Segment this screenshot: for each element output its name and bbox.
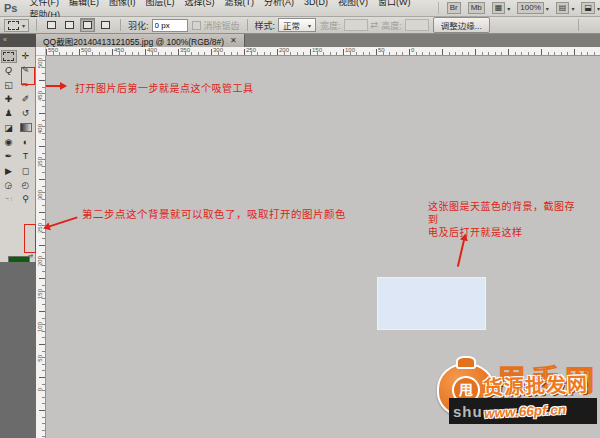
bridge-icon[interactable]: Br (447, 2, 461, 14)
add-to-selection-icon[interactable] (62, 18, 77, 32)
arrange-documents-icon[interactable]: ▦▾ (492, 2, 511, 14)
menu-item[interactable]: 分析(A) (259, 0, 299, 7)
crop-tool[interactable]: ◱ (1, 78, 17, 91)
subtract-from-selection-icon[interactable] (80, 18, 95, 32)
chevron-down-icon: ▾ (308, 22, 311, 29)
watermark-url-prefix: shu (453, 403, 483, 420)
divider (578, 19, 579, 31)
rectangle-shape-tool[interactable]: ◻ (18, 164, 34, 177)
watermark: 甩手网 甩 货源批发网 shu www.66pf.cn (433, 356, 600, 434)
tools-panel-header[interactable]: « (0, 34, 36, 47)
3d-rotate-tool-icon: ◶ (5, 180, 13, 190)
spot-healing-brush-tool-icon: ✚ (5, 94, 13, 104)
dodge-tool[interactable]: ◐ (18, 135, 34, 148)
eyedropper-tool-icon: ✑ (22, 80, 30, 90)
rectangular-marquee-tool[interactable] (1, 50, 17, 63)
menu-item[interactable]: 图像(I) (104, 0, 141, 7)
tool-preset-dropdown[interactable]: ▾ (4, 19, 29, 32)
document-tab-bar: « QQ截图20140413121055.jpg @ 100%(RGB/8#) … (0, 34, 600, 47)
photoshop-logo: Ps (0, 2, 24, 14)
blur-tool-icon: ◉ (5, 137, 13, 147)
photoshop-window: Ps 文件(F)编辑(E)图像(I)图层(L)选择(S)滤镜(T)分析(A)3D… (0, 0, 600, 438)
refine-edge-button[interactable]: 调整边缘... (433, 17, 490, 33)
quick-selection-tool-icon: ✎ (22, 65, 30, 75)
eraser-tool[interactable]: ◪ (1, 121, 17, 134)
crop-tool-icon: ◱ (4, 80, 13, 90)
antialias-checkbox[interactable] (192, 21, 201, 30)
lasso-tool[interactable]: Q (1, 64, 17, 77)
app-background (0, 262, 36, 438)
blur-tool[interactable]: ◉ (1, 135, 17, 148)
height-label: 高度: (381, 19, 402, 32)
menu-item[interactable]: 文件(F) (24, 0, 64, 7)
style-value: 正常 (283, 19, 300, 31)
ruler-corner (36, 47, 46, 56)
brush-tool-icon: ✐ (22, 94, 30, 104)
zoom-tool-icon: ⚲ (22, 194, 29, 204)
zoom-level-dropdown[interactable]: 100%▾ (517, 2, 548, 14)
chevron-down-icon: ▾ (22, 22, 25, 29)
width-field (344, 19, 368, 31)
width-label: 宽度: (320, 19, 341, 32)
history-brush-tool[interactable]: ↺ (18, 107, 34, 120)
menu-item[interactable]: 窗口(W) (373, 0, 416, 7)
antialias-label: 消除锯齿 (204, 19, 240, 32)
gradient-tool[interactable] (18, 121, 34, 134)
menu-bar: Ps 文件(F)编辑(E)图像(I)图层(L)选择(S)滤镜(T)分析(A)3D… (0, 0, 600, 17)
brush-tool[interactable]: ✐ (18, 93, 34, 106)
3d-rotate-tool[interactable]: ◶ (1, 178, 17, 191)
intersect-selection-icon[interactable] (98, 18, 113, 32)
move-tool[interactable]: ✛ (18, 50, 34, 63)
quick-selection-tool[interactable]: ✎ (18, 64, 34, 77)
clone-stamp-tool-icon: ♟ (4, 108, 12, 118)
divider (120, 19, 121, 31)
lasso-tool-icon: Q (5, 65, 12, 75)
vertical-ruler[interactable]: 500450400350300250200150100500 (36, 47, 46, 438)
chevron-down-icon: ▾ (507, 5, 510, 12)
chevron-down-icon: ▾ (571, 5, 574, 12)
screen-mode-icon[interactable]: ⬓▾ (581, 2, 600, 14)
rectangular-marquee-icon (8, 21, 19, 30)
menu-item[interactable]: 编辑(E) (64, 0, 104, 7)
divider (36, 19, 37, 31)
new-selection-icon[interactable] (44, 18, 59, 32)
mini-bridge-icon[interactable]: Mb (468, 2, 485, 14)
selection-mode-buttons (44, 18, 113, 32)
workspace-switcher-icon[interactable]: ▤▾ (556, 2, 575, 14)
menu-item[interactable]: 滤镜(T) (219, 0, 259, 7)
pen-tool[interactable]: ✒ (1, 150, 17, 163)
chevron-down-icon: ▾ (546, 5, 549, 12)
feather-label: 羽化: (128, 19, 149, 32)
path-selection-tool[interactable]: ▶ (1, 164, 17, 177)
horizontal-ruler[interactable]: 550500450400350300250200150100500 (46, 47, 600, 56)
close-icon[interactable]: ✕ (230, 36, 237, 45)
eyedropper-tool[interactable]: ✑ (18, 78, 34, 91)
3d-camera-tool-icon: ◴ (22, 180, 30, 190)
swap-dimensions-icon: ⇄ (371, 20, 379, 30)
divider (247, 19, 248, 31)
dodge-tool-icon: ◐ (23, 137, 28, 147)
watermark-url: www.66pf.cn (483, 401, 566, 420)
3d-camera-tool[interactable]: ◴ (18, 178, 34, 191)
hand-tool-icon: ☜ (4, 194, 12, 204)
menu-item[interactable]: 3D(D) (299, 0, 333, 7)
document-tab[interactable]: QQ截图20140413121055.jpg @ 100%(RGB/8#) ✕ (36, 34, 245, 47)
style-dropdown[interactable]: 正常 ▾ (278, 18, 316, 32)
zoom-tool[interactable]: ⚲ (18, 193, 34, 206)
clone-stamp-tool[interactable]: ♟ (1, 107, 17, 120)
tools-panel: ✛Q✎◱✑✚✐♟↺◪◉◐✒T▶◻◶◴☜⚲ ⇄ (0, 47, 36, 262)
feather-input[interactable] (152, 19, 188, 32)
menu-item[interactable]: 选择(S) (179, 0, 219, 7)
rectangle-shape-tool-icon: ◻ (22, 166, 29, 176)
spot-healing-brush-tool[interactable]: ✚ (1, 93, 17, 106)
menu-item[interactable]: 视图(V) (333, 0, 373, 7)
watermark-brand: 货源批发网 (483, 368, 589, 401)
move-tool-icon: ✛ (22, 51, 30, 61)
menu-item[interactable]: 图层(L) (140, 0, 179, 7)
tool-options-bar: ▾ 羽化: 消除锯齿 样式: 正常 ▾ 宽度: ⇄ 高度: 调整边缘... (0, 17, 600, 34)
type-tool[interactable]: T (18, 150, 34, 163)
path-selection-tool-icon: ▶ (5, 166, 12, 176)
pen-tool-icon: ✒ (5, 151, 13, 161)
style-label: 样式: (255, 19, 276, 32)
hand-tool[interactable]: ☜ (1, 193, 17, 206)
